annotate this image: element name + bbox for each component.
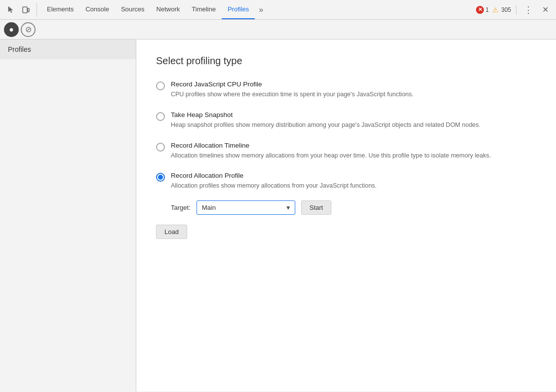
- devtools-icons: [4, 3, 37, 17]
- more-options-button[interactable]: ⋮: [521, 3, 535, 17]
- pointer-icon[interactable]: [4, 3, 18, 17]
- tab-elements[interactable]: Elements: [41, 0, 79, 19]
- tab-profiles[interactable]: Profiles: [222, 0, 255, 19]
- option-alloc-timeline: Record Allocation Timeline Allocation ti…: [156, 142, 536, 160]
- radio-cpu[interactable]: [156, 81, 165, 90]
- section-title: Select profiling type: [156, 55, 536, 67]
- main-toolbar: Elements Console Sources Network Timelin…: [0, 0, 556, 20]
- warning-count: 305: [501, 6, 511, 13]
- option-cpu-text: Record JavaScript CPU Profile CPU profil…: [171, 80, 414, 99]
- option-cpu-desc: CPU profiles show where the execution ti…: [171, 90, 414, 99]
- device-icon[interactable]: [19, 3, 33, 17]
- toolbar-right-section: ✕ 1 ⚠ 305 ⋮ ✕: [476, 3, 552, 17]
- sub-toolbar: ● ⊘: [0, 20, 556, 39]
- option-alloc-profile-desc: Allocation profiles show memory allocati…: [171, 181, 377, 191]
- close-button[interactable]: ✕: [538, 3, 552, 17]
- start-button[interactable]: Start: [301, 200, 331, 215]
- more-tabs-button[interactable]: »: [255, 5, 267, 14]
- option-alloc-timeline-desc: Allocation timelines show memory allocat…: [171, 151, 491, 160]
- svg-rect-0: [23, 7, 27, 13]
- error-icon: ✕: [476, 6, 484, 14]
- radio-alloc-timeline[interactable]: [156, 143, 165, 152]
- toolbar-divider: [516, 5, 516, 15]
- clear-button[interactable]: ⊘: [21, 22, 36, 37]
- option-cpu-title: Record JavaScript CPU Profile: [171, 80, 414, 88]
- option-heap-title: Take Heap Snapshot: [171, 111, 480, 118]
- option-alloc-profile: Record Allocation Profile Allocation pro…: [156, 172, 536, 215]
- load-button[interactable]: Load: [156, 225, 187, 239]
- warning-icon: ⚠: [492, 6, 500, 14]
- target-select-wrapper: Main ▼: [197, 200, 295, 215]
- option-alloc-timeline-title: Record Allocation Timeline: [171, 142, 491, 149]
- target-row: Target: Main ▼ Start: [171, 200, 377, 215]
- error-count: 1: [485, 6, 489, 13]
- option-heap-text: Take Heap Snapshot Heap snapshot profile…: [171, 111, 480, 130]
- radio-alloc-profile[interactable]: [156, 173, 165, 182]
- tab-network[interactable]: Network: [151, 0, 186, 19]
- content-area: Select profiling type Record JavaScript …: [136, 39, 556, 392]
- option-alloc-profile-title: Record Allocation Profile: [171, 172, 377, 179]
- option-alloc-profile-text: Record Allocation Profile Allocation pro…: [171, 172, 377, 215]
- warning-badge: ⚠ 305: [492, 6, 511, 14]
- tab-list: Elements Console Sources Network Timelin…: [41, 0, 474, 19]
- svg-rect-1: [28, 8, 29, 12]
- tab-timeline[interactable]: Timeline: [186, 0, 222, 19]
- option-heap: Take Heap Snapshot Heap snapshot profile…: [156, 111, 536, 130]
- option-alloc-timeline-text: Record Allocation Timeline Allocation ti…: [171, 142, 491, 160]
- tab-sources[interactable]: Sources: [115, 0, 151, 19]
- option-heap-desc: Heap snapshot profiles show memory distr…: [171, 120, 480, 130]
- sidebar: Profiles: [0, 39, 136, 392]
- tab-console[interactable]: Console: [79, 0, 115, 19]
- profiling-options: Record JavaScript CPU Profile CPU profil…: [156, 80, 536, 215]
- target-select[interactable]: Main: [197, 200, 295, 215]
- record-button[interactable]: ●: [4, 22, 19, 37]
- error-badge: ✕ 1: [476, 6, 489, 14]
- radio-heap[interactable]: [156, 112, 165, 121]
- main-content: Profiles Select profiling type Record Ja…: [0, 39, 556, 392]
- option-cpu: Record JavaScript CPU Profile CPU profil…: [156, 80, 536, 99]
- sidebar-header: Profiles: [0, 39, 136, 59]
- target-label: Target:: [171, 204, 191, 211]
